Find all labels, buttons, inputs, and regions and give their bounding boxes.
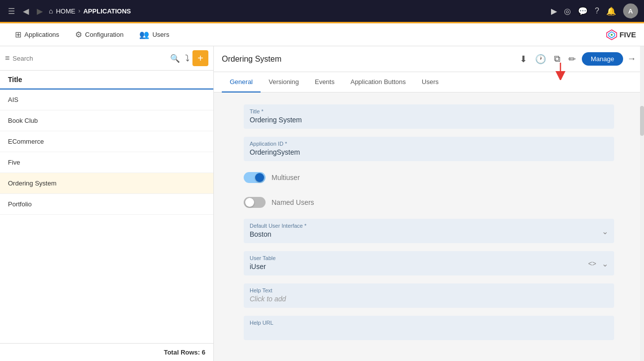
top-nav: ☰ ◀ ▶ ⌂ HOME › APPLICATIONS ▶ ◎ 💬 ? 🔔 A xyxy=(0,0,644,22)
scrollbar-thumb[interactable] xyxy=(640,106,644,136)
applications-label[interactable]: APPLICATIONS xyxy=(83,7,131,15)
top-nav-right: ▶ ◎ 💬 ? 🔔 A xyxy=(551,3,638,18)
add-button[interactable]: + xyxy=(192,50,208,66)
multiuser-label: Multiuser xyxy=(272,174,300,181)
breadcrumb: ⌂ HOME › APPLICATIONS xyxy=(49,7,547,15)
default-ui-label: Default User Interface * xyxy=(250,223,608,229)
help-text-field[interactable]: Help Text Click to add xyxy=(244,283,614,308)
user-table-code-icon[interactable]: <> xyxy=(588,260,596,268)
page-title: Ordering System xyxy=(222,55,514,64)
tab-app-buttons-label: Application Buttons xyxy=(351,78,406,86)
default-ui-value: Boston xyxy=(250,230,608,238)
user-table-field[interactable]: User Table iUser <> ⌄ xyxy=(244,251,614,275)
sidebar-item-label: AIS xyxy=(8,96,18,103)
user-table-label: User Table xyxy=(250,255,608,261)
people-icon: 👥 xyxy=(139,30,149,39)
sidebar-item-ordering-system[interactable]: Ordering System xyxy=(0,173,213,194)
nav-users-label: Users xyxy=(152,31,169,38)
filter-icon[interactable]: ≡ xyxy=(5,54,9,63)
import-icon[interactable]: ⤵ xyxy=(185,53,189,64)
app-id-field[interactable]: Application ID * OrderingSystem xyxy=(244,137,614,161)
search-input[interactable] xyxy=(12,55,167,62)
title-field[interactable]: Title * Ordering System xyxy=(244,104,614,129)
help-url-label: Help URL xyxy=(250,320,608,326)
sidebar-item-label: Book Club xyxy=(8,117,38,124)
play-icon[interactable]: ▶ xyxy=(551,6,557,16)
second-nav: ⊞ Applications ⚙ Configuration 👥 Users F… xyxy=(0,23,644,46)
settings-icon: ⚙ xyxy=(75,30,82,39)
sidebar-item-label: Five xyxy=(8,159,20,166)
content-area: Ordering System ⬇ 🕐 ⧉ ✏ Manage → xyxy=(214,46,644,361)
menu-icon[interactable]: ☰ xyxy=(6,4,17,18)
five-logo-text: FIVE xyxy=(620,30,636,39)
sidebar-item-label: Ordering System xyxy=(8,180,57,187)
tab-versioning-label: Versioning xyxy=(269,78,299,86)
user-table-value: iUser xyxy=(250,263,608,271)
search-icon[interactable]: 🔍 xyxy=(170,54,180,63)
sidebar-footer: Total Rows: 6 xyxy=(0,343,213,361)
five-logo: FIVE xyxy=(606,29,636,41)
help-text-label: Help Text xyxy=(250,287,608,293)
download-icon[interactable]: ⬇ xyxy=(518,52,529,67)
app-id-field-label: Application ID * xyxy=(250,141,608,147)
nav-configuration[interactable]: ⚙ Configuration xyxy=(68,27,130,42)
close-back-icon[interactable]: → xyxy=(627,54,636,64)
sidebar-item-five[interactable]: Five xyxy=(0,152,213,173)
tab-events[interactable]: Events xyxy=(307,72,343,92)
default-ui-dropdown-icon: ⌄ xyxy=(602,226,608,236)
help-icon[interactable]: ? xyxy=(595,6,599,15)
grid-icon: ⊞ xyxy=(15,30,21,39)
tab-versioning[interactable]: Versioning xyxy=(261,72,307,92)
total-rows-label: Total Rows: 6 xyxy=(164,349,205,356)
default-ui-field[interactable]: Default User Interface * Boston ⌄ xyxy=(244,219,614,243)
user-avatar[interactable]: A xyxy=(623,3,638,18)
manage-button[interactable]: Manage xyxy=(582,52,623,66)
forward-nav-icon[interactable]: ▶ xyxy=(35,4,45,18)
nav-configuration-label: Configuration xyxy=(85,31,123,38)
scrollbar-track xyxy=(640,46,644,361)
sidebar-toolbar: ≡ 🔍 ⤵ + xyxy=(0,46,213,71)
sidebar-item-bookclub[interactable]: Book Club xyxy=(0,110,213,131)
form-content: Title * Ordering System Application ID *… xyxy=(214,92,644,361)
tab-general-label: General xyxy=(230,78,253,86)
tab-application-buttons[interactable]: Application Buttons xyxy=(343,72,414,92)
home-label[interactable]: HOME xyxy=(56,7,75,15)
edit-pencil-icon[interactable]: ✏ xyxy=(566,52,578,67)
help-url-value xyxy=(250,327,608,335)
help-text-value: Click to add xyxy=(250,295,608,303)
title-field-value: Ordering System xyxy=(250,116,608,124)
multiuser-toggle[interactable] xyxy=(244,172,266,183)
help-url-field[interactable]: Help URL xyxy=(244,316,614,340)
tab-events-label: Events xyxy=(315,78,335,86)
sidebar-item-ecommerce[interactable]: ECommerce xyxy=(0,131,213,152)
named-users-row: Named Users xyxy=(244,194,614,211)
nav-users[interactable]: 👥 Users xyxy=(132,27,176,42)
breadcrumb-separator: › xyxy=(78,7,80,14)
history-icon[interactable]: 🕐 xyxy=(533,52,548,67)
copy-icon[interactable]: ⧉ xyxy=(552,52,562,66)
target-icon[interactable]: ◎ xyxy=(564,6,571,16)
tab-general[interactable]: General xyxy=(222,72,261,92)
sidebar-item-label: ECommerce xyxy=(8,138,44,145)
tab-users[interactable]: Users xyxy=(414,72,447,92)
sidebar: ≡ 🔍 ⤵ + Title AIS Book Club ECommerce Fi… xyxy=(0,46,214,361)
named-users-toggle[interactable] xyxy=(244,197,266,208)
nav-applications-label: Applications xyxy=(24,31,59,38)
sidebar-item-portfolio[interactable]: Portfolio xyxy=(0,194,213,215)
sidebar-header: Title xyxy=(0,71,213,90)
svg-point-2 xyxy=(611,34,613,36)
chat-icon[interactable]: 💬 xyxy=(578,6,588,16)
user-table-dropdown-icon: ⌄ xyxy=(602,259,608,268)
sidebar-header-label: Title xyxy=(8,76,22,84)
bell-icon[interactable]: 🔔 xyxy=(606,6,616,16)
named-users-label: Named Users xyxy=(272,198,314,206)
five-logo-svg xyxy=(606,29,618,41)
app-id-field-value: OrderingSystem xyxy=(250,148,608,156)
back-nav-icon[interactable]: ◀ xyxy=(21,4,31,18)
sidebar-item-label: Portfolio xyxy=(8,200,32,208)
sidebar-list: AIS Book Club ECommerce Five Ordering Sy… xyxy=(0,90,213,343)
sidebar-item-ais[interactable]: AIS xyxy=(0,90,213,110)
content-header: Ordering System ⬇ 🕐 ⧉ ✏ Manage → xyxy=(214,46,644,72)
home-icon: ⌂ xyxy=(49,7,53,15)
nav-applications[interactable]: ⊞ Applications xyxy=(8,27,66,42)
